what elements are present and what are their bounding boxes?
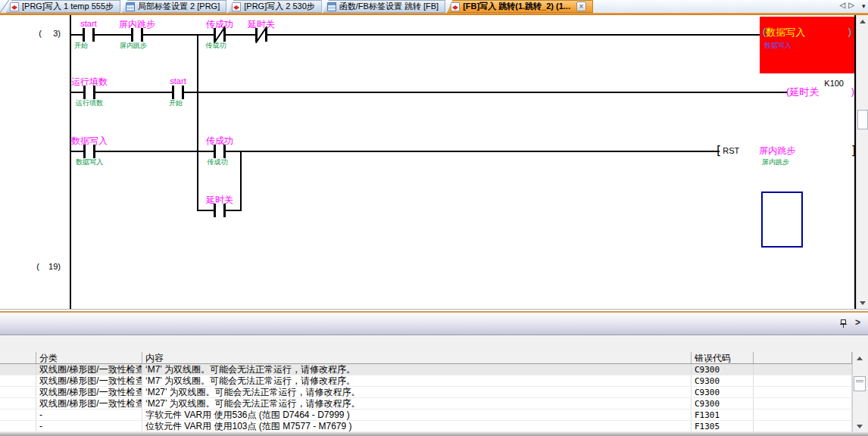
coil-label: 数据写入 [766,26,805,39]
tab-scroll-left-icon[interactable]: ◁ [840,1,849,9]
error-row[interactable]: - 位软元件 VAR用 使用103点 (范围 M7577 - M7679 ) F… [0,421,852,432]
rst-instruction[interactable]: [ RST 屏内跳步 ] [717,144,856,157]
left-power-rail [70,15,71,309]
error-row[interactable]: 双线圈/梯形图/一致性检查 ‘M27’ 为双线圈。可能会无法正常运行，请修改程序… [0,387,852,398]
tab-label: 函数/FB标签设置 跳转 [FB] [339,1,439,12]
tab-scroll-arrows: ◁▷ [840,1,857,9]
error-content: ‘M27’ 为双线圈。可能会无法正常运行，请修改程序。 [142,398,692,409]
tab-prg-write-2[interactable]: [PRG]写入 2 530步 [228,0,322,13]
no-contact-run-fill[interactable] [83,86,95,99]
error-list-header: 分类 内容 错误代码 [0,352,852,364]
tab-label: [PRG]写入 1 temp 555步 [22,1,114,12]
error-content: ‘M7’ 为双线圈。可能会无法正常运行，请修改程序。 [142,364,692,375]
header-blank[interactable] [754,352,852,363]
gx-works-window: [PRG]写入 1 temp 555步 局部标签设置 2 [PRG] [PRG]… [0,0,868,436]
coil-label: 延时关 [789,86,819,99]
error-category: 双线圈/梯形图/一致性检查 [36,364,142,375]
error-code: F1305 [692,421,754,431]
scroll-up-button[interactable] [853,352,866,364]
contact-label: start [170,76,186,86]
error-code: F1301 [692,410,754,420]
coil-delay-off[interactable]: (延时关 ) [786,86,854,99]
edit-cursor-cell[interactable]: (数据写入 ) 数据写入 [760,17,854,73]
scroll-down-button[interactable] [853,420,866,432]
no-contact-start[interactable] [172,86,184,99]
header-blank[interactable] [0,352,36,363]
ladder-editor[interactable]: ( 3) ( 19) start 屏内跳步 传成功 延时关 开始 屏内跳步 传成… [0,15,868,309]
error-code: C9300 [692,364,754,375]
error-category: 双线圈/梯形图/一致性检查 [36,375,142,386]
no-contact-screen-jump[interactable] [131,28,143,42]
error-content: 位软元件 VAR用 使用103点 (范围 M7577 - M7679 ) [142,421,692,431]
error-content: ‘M27’ 为双线圈。可能会无法正常运行，请修改程序。 [142,387,692,397]
ladder-vertical-scrollbar[interactable] [856,15,868,309]
scroll-up-icon [857,357,863,360]
error-list-scrollbar[interactable] [852,352,866,432]
scroll-up-button[interactable] [857,15,868,27]
error-code: C9300 [692,375,754,386]
nc-contact-delay-off[interactable] [255,28,267,42]
contact-comment: 开始 [74,41,88,51]
selection-cursor-box [761,192,803,248]
no-contact-transfer-ok[interactable] [214,145,226,158]
scrollbar-thumb[interactable] [857,110,868,129]
instruction-opcode: RST [723,146,739,155]
rung3-wire [71,151,720,152]
error-category: - [36,421,142,431]
no-contact-start[interactable] [83,28,95,42]
ladder-bottom-border [0,309,868,310]
header-code[interactable]: 错误代码 [692,352,754,363]
contact-comment: 开始 [169,98,183,108]
error-row[interactable]: 双线圈/梯形图/一致性检查 ‘M7’ 为双线圈。可能会无法正常运行，请修改程序。… [0,375,852,387]
no-contact-data-write[interactable] [83,145,95,158]
coil-comment: 数据写入 [764,41,792,51]
contact-comment: 传成功 [206,41,226,51]
tab-label: 局部标签设置 2 [PRG] [138,1,220,12]
label-settings-icon [126,2,135,11]
error-content: 字软元件 VAR用 使用536点 (范围 D7464 - D7999 ) [142,410,692,420]
output-panel-caption[interactable]: > [0,313,868,335]
header-content[interactable]: 内容 [142,352,692,363]
error-code: C9300 [692,387,754,397]
contact-comment: 运行填数 [76,98,103,108]
error-row[interactable]: - 字软元件 VAR用 使用536点 (范围 D7464 - D7999 ) F… [0,410,852,421]
or-branch-vertical-wire [197,34,198,211]
tab-scroll-right-icon[interactable]: ▷ [848,1,857,9]
window-bottom-edge [0,432,868,436]
no-contact-delay-off[interactable] [214,204,226,217]
scroll-down-button[interactable] [857,297,868,309]
scrollbar-thumb[interactable] [854,376,866,391]
coil-close-paren: ) [851,86,854,99]
error-list: 分类 内容 错误代码 双线圈/梯形图/一致性检查 ‘M7’ 为双线圈。可能会无法… [0,352,852,432]
error-code: C9300 [692,398,754,409]
rung-step-number: ( 3) [26,29,61,38]
program-icon [232,2,241,11]
tab-prg-write-1[interactable]: [PRG]写入 1 temp 555步 [6,0,120,13]
error-category: - [36,410,142,420]
contact-comment: 传成功 [208,157,228,167]
scroll-down-icon [860,301,866,305]
header-category[interactable]: 分类 [36,352,142,363]
contact-comment: 屏内跳步 [120,41,147,51]
panel-chevron-icon[interactable]: > [855,317,860,328]
tab-overflow-icon[interactable]: ▾ [862,2,868,10]
tab-local-label-2[interactable]: 局部标签设置 2 [PRG] [122,0,226,13]
nc-contact-transfer-ok[interactable] [214,28,226,42]
rung-step-number: ( 19) [26,262,61,271]
error-row[interactable]: 双线圈/梯形图/一致性检查 ‘M27’ 为双线圈。可能会无法正常运行，请修改程序… [0,398,852,410]
tab-fb-label-settings[interactable]: 函数/FB标签设置 跳转 [FB] [323,0,445,13]
tab-label: [PRG]写入 2 530步 [244,1,315,12]
document-tab-bar: [PRG]写入 1 temp 555步 局部标签设置 2 [PRG] [PRG]… [0,0,868,13]
contact-comment: 数据写入 [76,157,103,167]
tab-fb-write-jump-active[interactable]: [FB]写入 跳转(1.跳转_2) (1... × [447,0,593,13]
error-row[interactable]: 双线圈/梯形图/一致性检查 ‘M7’ 为双线圈。可能会无法正常运行，请修改程序。… [0,364,852,375]
parallel-branch-right-wire [240,151,242,211]
pin-icon[interactable] [840,319,847,329]
tab-close-button[interactable]: × [576,2,586,11]
contact-label: start [80,19,96,28]
tab-label: [FB]写入 跳转(1.跳转_2) (1... [463,1,570,12]
instruction-open-bracket: [ [717,145,721,157]
operand-comment: 屏内跳步 [762,157,789,167]
coil-data-write: (数据写入 ) [763,26,851,39]
program-icon [10,2,19,11]
